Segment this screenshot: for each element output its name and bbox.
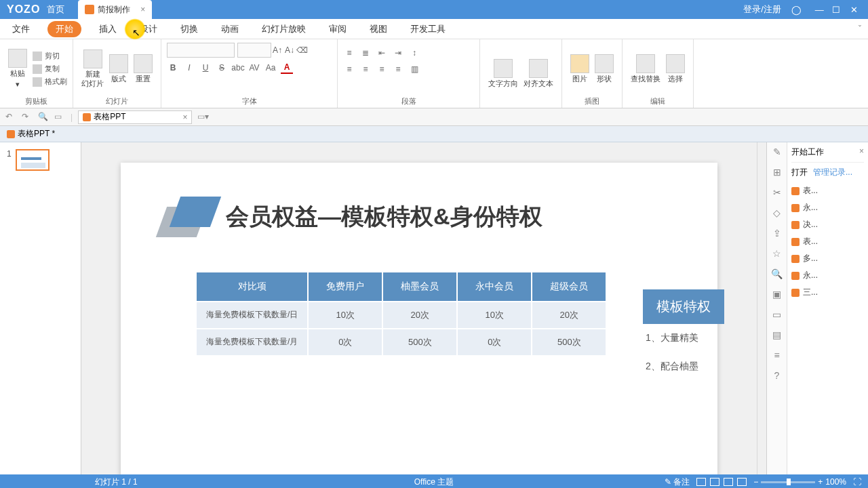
vertical-scrollbar[interactable] <box>757 142 766 474</box>
find-replace-button[interactable]: 查找替换 <box>628 53 663 85</box>
menu-design[interactable]: 设计 <box>134 21 163 37</box>
reset-button[interactable]: 重置 <box>131 53 155 85</box>
layout-button[interactable]: 版式 <box>106 53 131 85</box>
undo-button[interactable]: ↶ <box>5 112 16 123</box>
search-icon[interactable]: 🔍 <box>772 268 783 279</box>
recent-file-item[interactable]: 三... <box>791 287 864 298</box>
menu-transition[interactable]: 切换 <box>175 21 203 37</box>
cut-button[interactable]: 剪切 <box>33 51 67 61</box>
align-left-button[interactable]: ≡ <box>343 63 355 75</box>
zoom-control[interactable]: − + 100% <box>753 477 846 487</box>
template-icon[interactable]: ▤ <box>772 329 783 340</box>
align-right-button[interactable]: ≡ <box>376 63 388 75</box>
slideshow-view-button[interactable] <box>737 478 747 486</box>
recent-file-item[interactable]: 表... <box>791 185 864 197</box>
comparison-table[interactable]: 对比项 免费用户 柚墨会员 永中会员 超级会员 海量免费模板下载数量/日 10次… <box>195 271 607 357</box>
zoom-value[interactable]: 100% <box>825 477 846 487</box>
sorter-view-button[interactable] <box>710 478 719 486</box>
align-text-button[interactable]: 对齐文本 <box>521 58 556 89</box>
bullets-button[interactable]: ≡ <box>343 47 355 59</box>
new-doc-button[interactable]: ▭▾ <box>197 112 208 123</box>
app-tab[interactable]: 简报制作 × <box>78 0 152 19</box>
ruler-icon[interactable]: ✂ <box>772 187 783 198</box>
zoom-slider[interactable] <box>761 481 815 483</box>
list-icon[interactable]: ≡ <box>772 350 783 361</box>
indent-inc-button[interactable]: ⇥ <box>392 47 404 59</box>
login-link[interactable]: 登录/注册 <box>743 3 781 16</box>
collapse-ribbon-icon[interactable]: ˇ <box>859 24 861 34</box>
bold-button[interactable]: B <box>167 62 179 74</box>
line-spacing-button[interactable]: ↕ <box>408 47 420 59</box>
strike-button[interactable]: S <box>216 62 228 74</box>
decrease-font-icon[interactable]: A↓ <box>283 44 296 56</box>
reading-view-button[interactable] <box>724 478 733 486</box>
italic-button[interactable]: I <box>183 62 195 74</box>
menu-view[interactable]: 视图 <box>364 21 393 37</box>
zoom-in-button[interactable]: + <box>818 477 823 487</box>
minimize-button[interactable]: — <box>815 5 823 15</box>
align-center-button[interactable]: ≡ <box>359 63 372 75</box>
recent-file-item[interactable]: 多... <box>791 253 864 264</box>
slide[interactable]: 会员权益—模板特权&身份特权 对比项 免费用户 柚墨会员 永中会员 超级会员 海… <box>121 163 717 474</box>
picture-button[interactable]: 图片 <box>568 53 592 85</box>
slide-canvas-area[interactable]: 会员权益—模板特权&身份特权 对比项 免费用户 柚墨会员 永中会员 超级会员 海… <box>81 142 757 474</box>
open-link[interactable]: 打开 <box>791 167 808 178</box>
page-setup-button[interactable]: ▭ <box>54 112 65 123</box>
font-family-combo[interactable] <box>167 43 235 58</box>
maximize-button[interactable]: ☐ <box>832 5 840 15</box>
columns-button[interactable]: ▥ <box>408 63 420 75</box>
increase-font-icon[interactable]: A↑ <box>271 44 283 56</box>
manage-records-link[interactable]: 管理记录... <box>813 167 852 178</box>
star-icon[interactable]: ☆ <box>772 248 783 259</box>
char-spacing-button[interactable]: AV <box>248 62 260 74</box>
indent-dec-button[interactable]: ⇤ <box>376 47 388 59</box>
bookmark-icon[interactable]: ▣ <box>772 289 783 300</box>
paste-button[interactable]: 粘贴 ▾ <box>5 47 30 89</box>
recent-file-item[interactable]: 永... <box>791 202 864 214</box>
shape-button[interactable]: 形状 <box>592 53 616 85</box>
notes-toggle[interactable]: ✎ 备注 <box>665 476 690 488</box>
tag-icon[interactable]: ◇ <box>772 207 783 218</box>
fit-window-button[interactable]: ⛶ <box>853 477 861 487</box>
settings-icon[interactable]: ⊞ <box>772 167 783 178</box>
recent-file-item[interactable]: 永... <box>791 270 864 281</box>
text-effect-button[interactable]: abc <box>232 62 244 74</box>
close-window-button[interactable]: ✕ <box>850 5 858 15</box>
menu-file[interactable]: 文件 <box>7 21 35 37</box>
format-painter-button[interactable]: 格式刷 <box>33 77 67 87</box>
close-tab-icon[interactable]: × <box>140 5 145 14</box>
menu-developer[interactable]: 开发工具 <box>405 21 451 37</box>
font-size-combo[interactable] <box>237 43 271 58</box>
select-button[interactable]: 选择 <box>663 53 688 85</box>
normal-view-button[interactable] <box>696 478 706 486</box>
numbering-button[interactable]: ≣ <box>359 47 372 59</box>
underline-button[interactable]: U <box>199 62 212 74</box>
help-icon[interactable]: ? <box>772 370 783 381</box>
text-direction-button[interactable]: 文字方向 <box>486 58 521 89</box>
user-icon[interactable]: ◯ <box>791 5 802 15</box>
menu-slideshow[interactable]: 幻灯片放映 <box>256 21 311 37</box>
new-slide-button[interactable]: 新建 幻灯片 <box>79 48 106 89</box>
menu-review[interactable]: 审阅 <box>323 21 352 37</box>
homepage-link[interactable]: 首页 <box>47 3 78 16</box>
menu-home[interactable]: 开始 <box>47 21 81 37</box>
menu-insert[interactable]: 插入 <box>94 21 122 37</box>
zoom-tool-button[interactable]: 🔍 <box>38 112 49 123</box>
copy-button[interactable]: 复制 <box>33 64 67 74</box>
close-doc-icon[interactable]: × <box>182 113 187 122</box>
font-color-button[interactable]: A <box>281 62 293 74</box>
thumbnail-item[interactable]: 1 <box>7 149 74 171</box>
recent-file-item[interactable]: 表... <box>791 236 864 247</box>
align-justify-button[interactable]: ≡ <box>392 63 404 75</box>
share-icon[interactable]: ⇪ <box>772 228 783 239</box>
thumbnail-preview[interactable] <box>16 149 50 171</box>
menu-animation[interactable]: 动画 <box>216 21 244 37</box>
slide-title[interactable]: 会员权益—模板特权&身份特权 <box>226 201 542 232</box>
zoom-out-button[interactable]: − <box>753 477 758 487</box>
clear-format-icon[interactable]: ⌫ <box>296 44 308 56</box>
change-case-button[interactable]: Aa <box>264 62 277 74</box>
close-taskpane-icon[interactable]: × <box>859 146 864 158</box>
recent-file-item[interactable]: 决... <box>791 219 864 230</box>
redo-button[interactable]: ↷ <box>22 112 33 123</box>
document-tab[interactable]: 表格PPT × <box>78 110 192 124</box>
